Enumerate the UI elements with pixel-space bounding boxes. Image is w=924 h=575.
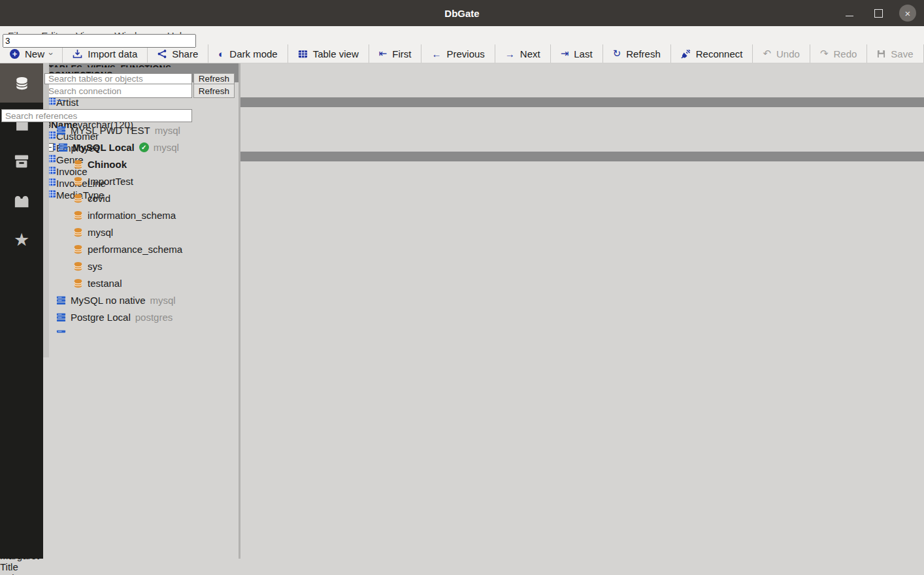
- close-icon: ×: [905, 8, 911, 19]
- database-icon: [73, 261, 83, 271]
- maximize-button[interactable]: [870, 5, 886, 21]
- rail-item-database[interactable]: [0, 63, 43, 103]
- title-bar: DbGate ×: [0, 0, 924, 26]
- toolbar-button-dark-mode[interactable]: ◐Dark mode: [208, 44, 288, 63]
- server-icon: [56, 329, 66, 334]
- database-icon: [73, 278, 83, 288]
- undo-icon: ↶: [763, 48, 771, 59]
- search-connection-input[interactable]: [44, 84, 192, 98]
- minimize-button[interactable]: [842, 5, 857, 21]
- database-icon: [73, 227, 83, 237]
- field-value[interactable]: Sales Support Age: [0, 572, 924, 575]
- plus-icon: +: [10, 49, 20, 59]
- toolbar-button-redo[interactable]: ↷Redo: [810, 44, 867, 63]
- connections-refresh-button[interactable]: Refresh: [193, 84, 235, 98]
- toolbar-button-last[interactable]: ⇥Last: [551, 44, 603, 63]
- maximize-icon: [874, 9, 883, 18]
- database-item[interactable]: Chinook: [43, 156, 232, 172]
- connection-item[interactable]: [43, 325, 232, 333]
- toolbar-button-save[interactable]: Save: [867, 44, 923, 63]
- next-icon: →: [505, 48, 515, 59]
- field-label: Title: [0, 561, 924, 572]
- reconnect-icon: [681, 49, 691, 59]
- form-row: TitleSales Support Age: [0, 561, 924, 575]
- favorites-star-icon: ★: [14, 229, 29, 250]
- database-item[interactable]: information_schema: [43, 206, 232, 223]
- rail-item-archive[interactable]: [0, 142, 43, 181]
- connection-item[interactable]: [43, 100, 232, 105]
- database-item[interactable]: covid: [43, 189, 232, 206]
- server-icon: [56, 100, 66, 101]
- chevron-down-icon: ›: [46, 52, 56, 55]
- invoiceid-filter-input[interactable]: [3, 34, 196, 48]
- redo-icon: ↷: [820, 48, 829, 59]
- tables-search-row: Refresh: [44, 73, 235, 84]
- database-item[interactable]: performance_schema: [43, 240, 232, 257]
- connections-search-row: Refresh: [44, 84, 235, 98]
- database-icon: [73, 193, 83, 203]
- dbgate-window: DbGate × FileEditViewWindowHelp +New›Imp…: [0, 0, 924, 575]
- search-tables-input[interactable]: [44, 73, 192, 84]
- first-icon: ⇤: [379, 48, 388, 59]
- server-icon: [56, 295, 66, 305]
- connection-item[interactable]: –MySQL Local✓mysql: [43, 139, 232, 156]
- database-item[interactable]: mysql: [43, 223, 232, 240]
- toolbar-button-next[interactable]: →Next: [495, 44, 551, 63]
- database-item[interactable]: ImportTest: [43, 172, 232, 189]
- database-icon: [73, 176, 83, 186]
- server-icon: [58, 142, 68, 152]
- toolbar-button-undo[interactable]: ↶Undo: [753, 44, 810, 63]
- search-references-input[interactable]: [1, 109, 192, 122]
- left-icon-rail: ★: [0, 63, 43, 559]
- tables-refresh-button[interactable]: Refresh: [193, 73, 235, 84]
- server-icon: [56, 125, 66, 135]
- import-icon: [73, 49, 82, 59]
- toolbar-button-table-view[interactable]: Table view: [288, 44, 369, 63]
- prev-icon: ←: [431, 48, 441, 59]
- database-icon: [73, 244, 83, 254]
- rail-item-book[interactable]: [0, 181, 43, 220]
- darkmode-icon: ◐: [218, 48, 224, 59]
- rail-item-favorites-star[interactable]: ★: [0, 220, 43, 259]
- rail-item-file[interactable]: [0, 103, 43, 142]
- database-icon: [73, 210, 83, 220]
- last-icon: ⇥: [561, 48, 569, 59]
- save-icon: [877, 50, 885, 58]
- archive-icon: [13, 153, 30, 170]
- connection-item[interactable]: MYSL PWD TESTmysql: [43, 122, 232, 139]
- database-icon: [14, 76, 29, 90]
- refresh-icon: ↻: [613, 48, 621, 59]
- left-panel: CONNECTIONS Refresh MS SQL localmssqlMYS…: [43, 63, 240, 559]
- minimize-icon: [846, 15, 853, 16]
- server-icon: [56, 312, 66, 322]
- database-icon: [73, 159, 83, 169]
- connection-item[interactable]: Postgre Localpostgres: [43, 308, 232, 325]
- close-button[interactable]: ×: [899, 5, 916, 22]
- connections-list: MS SQL localmssqlMYSL PWD TESTmysql–MySQ…: [43, 100, 232, 333]
- window-controls: ×: [842, 0, 916, 26]
- connected-check-icon: ✓: [139, 142, 149, 152]
- window-title: DbGate: [0, 0, 924, 26]
- toolbar-button-first[interactable]: ⇤First: [369, 44, 422, 63]
- scrollbar-thumb[interactable]: [43, 201, 49, 357]
- tableview-icon: [298, 49, 308, 59]
- book-icon: [13, 193, 30, 208]
- toolbar-button-reconnect[interactable]: Reconnect: [671, 44, 753, 63]
- toolbar-button-previous[interactable]: ←Previous: [421, 44, 495, 63]
- database-item[interactable]: sys: [43, 257, 232, 274]
- tables-scrollbar[interactable]: [43, 201, 49, 357]
- database-item[interactable]: testanal: [43, 274, 232, 291]
- toolbar-button-refresh[interactable]: ↻Refresh: [603, 44, 671, 63]
- connection-item[interactable]: MySQL no nativemysql: [43, 291, 232, 308]
- share-icon: [157, 49, 167, 59]
